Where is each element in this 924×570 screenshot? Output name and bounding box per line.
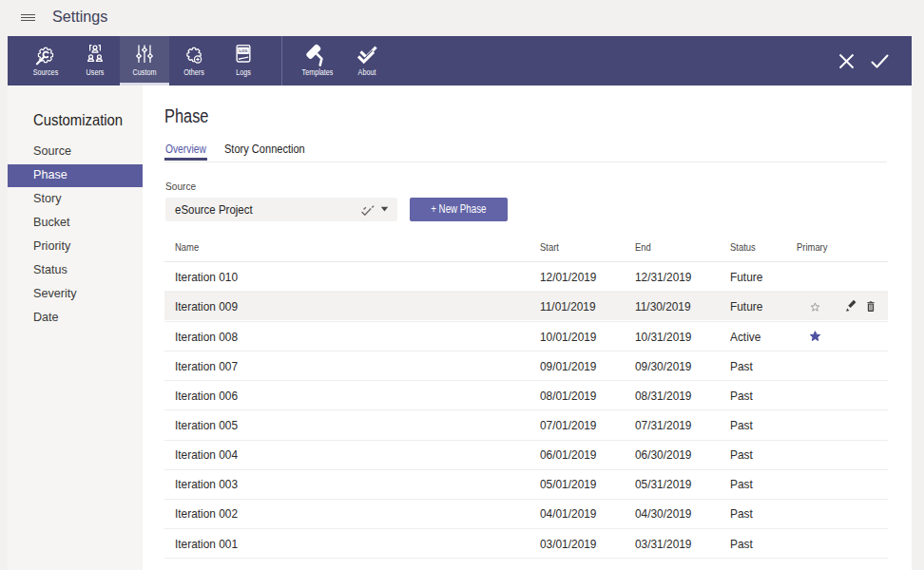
svg-text:LOG: LOG	[240, 48, 248, 53]
